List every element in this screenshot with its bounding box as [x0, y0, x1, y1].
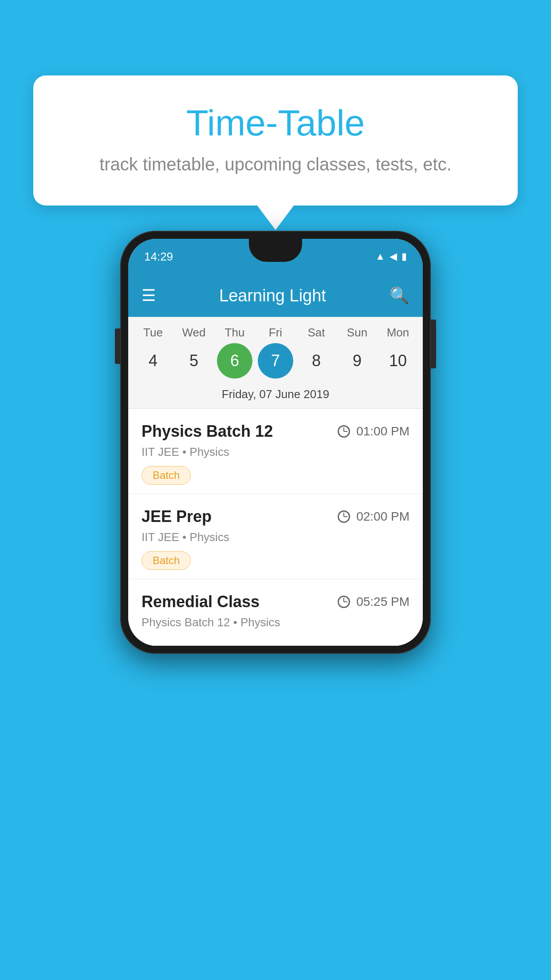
battery-icon: ▮: [401, 251, 407, 262]
days-row: Tue Wed Thu Fri Sat Sun Mon: [128, 326, 423, 340]
day-fri: Fri: [258, 326, 293, 340]
status-icons: ▲ ◀ ▮: [375, 251, 407, 262]
date-4[interactable]: 4: [135, 343, 171, 379]
selected-date-label: Friday, 07 June 2019: [128, 384, 423, 409]
phone-screen: 14:29 ▲ ◀ ▮ ☰ Learning Light 🔍 Tue Wed T…: [128, 239, 423, 646]
schedule-item-3-time: 05:25 PM: [338, 595, 409, 609]
hamburger-icon[interactable]: ☰: [142, 286, 156, 305]
tooltip-subtitle: track timetable, upcoming classes, tests…: [64, 154, 487, 174]
tooltip-card: Time-Table track timetable, upcoming cla…: [33, 75, 518, 205]
schedule-item-3-sub: Physics Batch 12 • Physics: [142, 616, 409, 629]
schedule-item-3-header: Remedial Class 05:25 PM: [142, 593, 409, 611]
date-5[interactable]: 5: [176, 343, 212, 379]
date-8[interactable]: 8: [299, 343, 334, 379]
phone-mockup: 14:29 ▲ ◀ ▮ ☰ Learning Light 🔍 Tue Wed T…: [120, 231, 431, 654]
signal-icon: ◀: [390, 251, 397, 262]
app-bar: ☰ Learning Light 🔍: [128, 274, 423, 317]
batch-badge-2: Batch: [142, 551, 191, 570]
schedule-item-2[interactable]: JEE Prep 02:00 PM IIT JEE • Physics Batc…: [128, 494, 423, 579]
status-time: 14:29: [144, 250, 173, 264]
schedule-item-2-header: JEE Prep 02:00 PM: [142, 507, 409, 526]
schedule-item-1-header: Physics Batch 12 01:00 PM: [142, 422, 409, 441]
schedule-item-1-sub: IIT JEE • Physics: [142, 445, 409, 459]
app-title: Learning Light: [219, 286, 326, 305]
day-mon: Mon: [380, 326, 416, 340]
schedule-item-1[interactable]: Physics Batch 12 01:00 PM IIT JEE • Phys…: [128, 409, 423, 494]
tooltip-title: Time-Table: [64, 102, 487, 144]
day-sun: Sun: [339, 326, 375, 340]
schedule-list: Physics Batch 12 01:00 PM IIT JEE • Phys…: [128, 409, 423, 646]
date-10[interactable]: 10: [380, 343, 416, 379]
schedule-item-1-time: 01:00 PM: [338, 424, 409, 439]
clock-icon-2: [338, 510, 350, 523]
date-9[interactable]: 9: [339, 343, 375, 379]
batch-badge-1: Batch: [142, 466, 191, 485]
schedule-item-3[interactable]: Remedial Class 05:25 PM Physics Batch 12…: [128, 579, 423, 646]
day-wed: Wed: [176, 326, 212, 340]
status-bar: 14:29 ▲ ◀ ▮: [128, 239, 423, 274]
date-6-today[interactable]: 6: [217, 343, 252, 379]
day-sat: Sat: [299, 326, 334, 340]
schedule-item-3-name: Remedial Class: [142, 593, 260, 611]
search-icon[interactable]: 🔍: [390, 286, 409, 305]
schedule-item-2-sub: IIT JEE • Physics: [142, 530, 409, 544]
schedule-item-2-name: JEE Prep: [142, 507, 212, 526]
day-tue: Tue: [135, 326, 171, 340]
schedule-item-2-time: 02:00 PM: [338, 510, 409, 524]
date-7-selected[interactable]: 7: [258, 343, 293, 379]
clock-icon-3: [338, 596, 350, 608]
phone-outer: 14:29 ▲ ◀ ▮ ☰ Learning Light 🔍 Tue Wed T…: [120, 231, 431, 654]
day-thu: Thu: [217, 326, 252, 340]
calendar-strip: Tue Wed Thu Fri Sat Sun Mon 4 5 6 7 8 9 …: [128, 317, 423, 409]
clock-icon-1: [338, 425, 350, 438]
wifi-icon: ▲: [375, 251, 385, 262]
dates-row: 4 5 6 7 8 9 10: [128, 343, 423, 379]
schedule-item-1-name: Physics Batch 12: [142, 422, 273, 441]
